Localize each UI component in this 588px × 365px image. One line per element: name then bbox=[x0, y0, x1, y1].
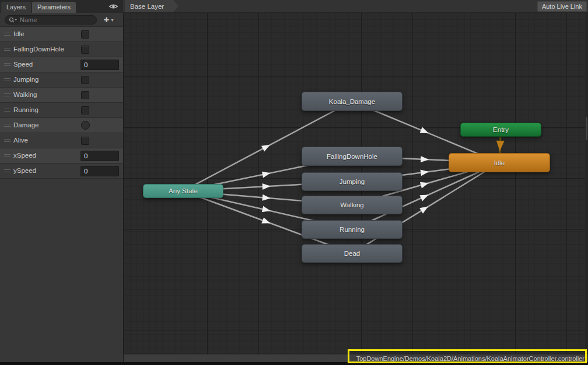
transition-arrow-icon bbox=[262, 194, 271, 201]
parameter-label: Walking bbox=[13, 91, 37, 98]
parameter-checkbox[interactable] bbox=[81, 91, 89, 99]
parameter-value-field[interactable]: 0 bbox=[80, 166, 119, 176]
drag-handle-icon[interactable] bbox=[4, 93, 10, 96]
transition-arrow-icon bbox=[261, 142, 272, 151]
parameter-label: ySpeed bbox=[13, 167, 36, 174]
panel-empty-area bbox=[0, 179, 123, 362]
parameter-row-alive[interactable]: Alive bbox=[0, 133, 123, 148]
state-node-falling-down-hole[interactable]: FallingDownHole bbox=[302, 147, 402, 166]
parameter-value-field[interactable]: 0 bbox=[80, 151, 119, 161]
search-icon bbox=[9, 17, 18, 23]
tab-layers[interactable]: Layers bbox=[1, 2, 31, 13]
state-node-running[interactable]: Running bbox=[302, 220, 402, 239]
drag-handle-icon[interactable] bbox=[4, 139, 10, 142]
parameter-row-damage[interactable]: Damage bbox=[0, 118, 123, 133]
animator-window: Layers Parameters Name + ▾ bbox=[0, 0, 588, 365]
drag-handle-icon[interactable] bbox=[4, 109, 10, 112]
state-node-label: Walking bbox=[340, 201, 363, 208]
transition-arrow-icon bbox=[420, 127, 430, 137]
state-node-label: Running bbox=[340, 226, 365, 233]
parameter-value-field[interactable]: 0 bbox=[80, 60, 119, 70]
drag-handle-icon[interactable] bbox=[4, 124, 10, 127]
parameter-row-idle[interactable]: Idle bbox=[0, 27, 123, 42]
parameter-row-yspeed[interactable]: ySpeed0 bbox=[0, 164, 123, 179]
status-bar: TopDownEngine/Demos/Koala2D/Animations/K… bbox=[124, 354, 588, 362]
search-placeholder: Name bbox=[20, 16, 37, 23]
parameter-row-speed[interactable]: Speed0 bbox=[0, 57, 123, 72]
drag-handle-icon[interactable] bbox=[4, 154, 10, 157]
state-node-any-state[interactable]: Any State bbox=[143, 184, 223, 198]
drag-handle-icon[interactable] bbox=[4, 78, 10, 81]
graph-toolbar: Base Layer Auto Live Link bbox=[123, 0, 588, 13]
transition-arrow-icon bbox=[261, 217, 271, 226]
search-input[interactable]: Name bbox=[5, 15, 97, 25]
breadcrumb-label: Base Layer bbox=[125, 3, 164, 10]
state-node-dead[interactable]: Dead bbox=[302, 244, 402, 263]
parameter-checkbox[interactable] bbox=[81, 137, 89, 145]
drag-handle-icon[interactable] bbox=[4, 33, 10, 36]
drag-handle-icon[interactable] bbox=[4, 169, 10, 172]
transition-arrow-icon bbox=[496, 141, 505, 151]
plus-icon: + bbox=[104, 15, 110, 25]
state-node-label: Idle bbox=[494, 159, 505, 166]
scrollbar-thumb[interactable] bbox=[586, 117, 587, 140]
parameter-row-xspeed[interactable]: xSpeed0 bbox=[0, 148, 123, 164]
state-node-walking[interactable]: Walking bbox=[302, 196, 402, 214]
transition-arrow-icon bbox=[420, 180, 429, 188]
parameter-checkbox[interactable] bbox=[81, 30, 89, 39]
transition-arrow-icon bbox=[262, 183, 271, 190]
panel-tab-bar: Layers Parameters bbox=[0, 0, 123, 13]
parameter-search-row: Name + ▾ bbox=[0, 13, 123, 27]
eye-icon bbox=[108, 3, 118, 10]
parameter-label: Running bbox=[13, 106, 38, 113]
controller-path: TopDownEngine/Demos/Koala2D/Animations/K… bbox=[356, 355, 588, 362]
parameters-panel: Layers Parameters Name + ▾ bbox=[0, 0, 123, 362]
state-node-jumping[interactable]: Jumping bbox=[302, 172, 402, 191]
chevron-down-icon: ▾ bbox=[111, 18, 113, 23]
transition-arrow-icon bbox=[262, 206, 271, 214]
state-node-koala-damage[interactable]: Koala_Damage bbox=[302, 92, 402, 111]
parameter-checkbox[interactable] bbox=[81, 106, 89, 114]
state-node-label: Entry bbox=[493, 126, 509, 133]
drag-handle-icon[interactable] bbox=[4, 63, 10, 66]
parameter-label: Idle bbox=[13, 30, 24, 37]
state-node-label: Dead bbox=[344, 250, 360, 257]
transition-arrow-icon bbox=[419, 204, 430, 214]
parameter-label: Alive bbox=[13, 137, 28, 144]
drag-handle-icon[interactable] bbox=[4, 48, 10, 51]
state-node-entry[interactable]: Entry bbox=[460, 123, 541, 137]
parameter-label: Speed bbox=[13, 61, 33, 68]
state-machine-graph[interactable]: Koala_DamageFallingDownHoleJumpingWalkin… bbox=[124, 13, 588, 354]
transition-arrow-icon bbox=[419, 192, 429, 201]
transition-arrow-icon bbox=[421, 156, 429, 163]
add-parameter-button[interactable]: + ▾ bbox=[99, 14, 118, 26]
visibility-toggle[interactable] bbox=[108, 0, 118, 13]
parameter-label: xSpeed bbox=[13, 152, 36, 159]
vertical-scrollbar[interactable] bbox=[585, 13, 588, 354]
parameter-row-jumping[interactable]: Jumping bbox=[0, 72, 123, 88]
parameter-label: Damage bbox=[13, 121, 38, 128]
auto-live-link-button[interactable]: Auto Live Link bbox=[537, 1, 587, 12]
state-node-label: Any State bbox=[169, 187, 198, 194]
parameter-label: FallingDownHole bbox=[13, 46, 64, 53]
parameter-label: Jumping bbox=[13, 76, 38, 83]
parameter-row-running[interactable]: Running bbox=[0, 103, 123, 118]
parameter-row-walking[interactable]: Walking bbox=[0, 88, 123, 103]
parameter-trigger-radio[interactable] bbox=[81, 121, 90, 130]
state-node-label: Jumping bbox=[340, 178, 365, 185]
parameters-list: IdleFallingDownHoleSpeed0JumpingWalkingR… bbox=[0, 27, 123, 179]
state-node-label: Koala_Damage bbox=[329, 98, 375, 105]
tab-parameters[interactable]: Parameters bbox=[32, 2, 76, 13]
breadcrumb[interactable]: Base Layer bbox=[125, 0, 178, 12]
parameter-row-fallingdownhole[interactable]: FallingDownHole bbox=[0, 42, 123, 57]
state-node-idle[interactable]: Idle bbox=[449, 153, 550, 172]
window-bottom-edge bbox=[0, 362, 588, 365]
state-node-label: FallingDownHole bbox=[327, 153, 377, 160]
parameter-checkbox[interactable] bbox=[81, 46, 89, 54]
parameter-checkbox[interactable] bbox=[81, 76, 89, 84]
